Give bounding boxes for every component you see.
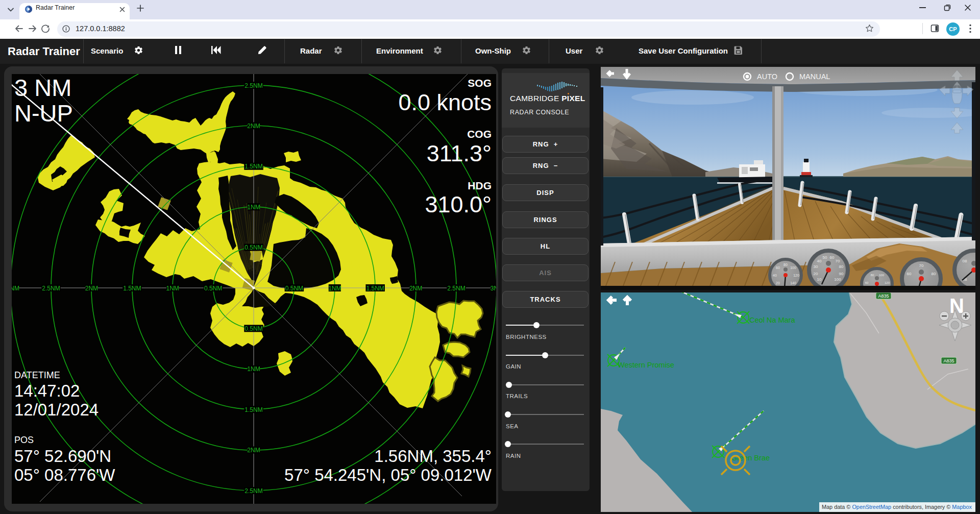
svg-text:311.3°: 311.3° xyxy=(427,140,492,166)
svg-text:0.5NM: 0.5NM xyxy=(244,325,262,332)
svg-text:MANUAL: MANUAL xyxy=(799,72,830,81)
svg-text:1.56NM, 355.4°: 1.56NM, 355.4° xyxy=(374,447,492,466)
svg-text:60: 60 xyxy=(776,266,780,270)
svg-text:Map data © OpenStreetMap contr: Map data © OpenStreetMap contributors, I… xyxy=(822,504,972,510)
svg-text:3 NM: 3 NM xyxy=(14,74,71,101)
svg-text:70: 70 xyxy=(836,259,840,263)
svg-text:2.5NM: 2.5NM xyxy=(244,487,262,495)
svg-text:3NM: 3NM xyxy=(491,285,496,292)
svg-text:60: 60 xyxy=(865,281,869,284)
svg-text:1NM: 1NM xyxy=(166,285,179,292)
svg-text:POS: POS xyxy=(14,435,34,445)
svg-text:NM: NM xyxy=(12,285,19,292)
svg-text:120: 120 xyxy=(885,281,890,284)
svg-text:2NM: 2NM xyxy=(409,285,422,292)
svg-text:1.5NM: 1.5NM xyxy=(366,285,384,292)
svg-text:A835: A835 xyxy=(878,293,889,299)
svg-text:1.5NM: 1.5NM xyxy=(244,163,262,170)
svg-text:COG: COG xyxy=(467,128,492,140)
svg-text:80: 80 xyxy=(783,263,788,266)
svg-text:1.5NM: 1.5NM xyxy=(123,285,141,292)
svg-text:50: 50 xyxy=(823,255,827,260)
svg-text:SOG: SOG xyxy=(468,77,492,89)
svg-text:08: 08 xyxy=(963,259,967,263)
svg-text:70: 70 xyxy=(919,263,924,268)
svg-text:60: 60 xyxy=(907,272,912,276)
svg-text:120: 120 xyxy=(793,274,799,277)
svg-text:20: 20 xyxy=(776,281,780,285)
svg-text:30: 30 xyxy=(814,264,818,269)
svg-text:57° 54.245'N, 05° 09.012'W: 57° 54.245'N, 05° 09.012'W xyxy=(284,466,492,484)
svg-text:60: 60 xyxy=(830,255,835,260)
svg-text:N-UP: N-UP xyxy=(14,100,73,127)
svg-text:Ceol Na Mara: Ceol Na Mara xyxy=(749,316,795,324)
svg-text:2.5NM: 2.5NM xyxy=(244,82,262,89)
svg-text:HDG: HDG xyxy=(468,180,492,191)
svg-text:2NM: 2NM xyxy=(247,447,260,454)
svg-text:05° 08.776'W: 05° 08.776'W xyxy=(14,466,115,484)
svg-text:Green Brae: Green Brae xyxy=(731,454,770,462)
svg-text:80: 80 xyxy=(932,272,936,276)
svg-text:DATETIME: DATETIME xyxy=(14,370,60,380)
svg-text:100: 100 xyxy=(834,277,841,282)
svg-text:0.5NM: 0.5NM xyxy=(244,244,262,251)
svg-text:40: 40 xyxy=(773,274,777,277)
svg-text:2NM: 2NM xyxy=(247,123,260,130)
svg-text:2NM: 2NM xyxy=(85,285,98,292)
svg-text:12/01/2024: 12/01/2024 xyxy=(14,400,99,419)
svg-text:1.5NM: 1.5NM xyxy=(244,406,262,413)
svg-text:0.5NM: 0.5NM xyxy=(285,285,303,292)
svg-text:1NM: 1NM xyxy=(247,204,260,211)
svg-text:1NM: 1NM xyxy=(328,285,341,292)
svg-text:80: 80 xyxy=(871,274,874,277)
svg-text:20: 20 xyxy=(814,272,818,276)
svg-text:1NM: 1NM xyxy=(247,365,260,373)
svg-text:0.5NM: 0.5NM xyxy=(204,285,222,292)
svg-text:2.5NM: 2.5NM xyxy=(447,285,465,292)
svg-text:80: 80 xyxy=(839,264,844,269)
svg-text:AUTO: AUTO xyxy=(757,72,777,81)
svg-text:Western Promise: Western Promise xyxy=(618,361,674,369)
svg-text:90: 90 xyxy=(839,272,844,276)
svg-text:100: 100 xyxy=(879,274,885,277)
svg-text:57° 52.690'N: 57° 52.690'N xyxy=(14,447,111,466)
svg-text:0.0 knots: 0.0 knots xyxy=(398,89,492,115)
svg-text:A835: A835 xyxy=(943,358,954,363)
svg-text:14:47:02: 14:47:02 xyxy=(14,381,80,400)
svg-text:10: 10 xyxy=(817,277,822,282)
svg-text:100: 100 xyxy=(790,266,796,270)
svg-text:310.0°: 310.0° xyxy=(425,191,492,217)
svg-text:2.5NM: 2.5NM xyxy=(42,285,60,292)
svg-text:140: 140 xyxy=(790,281,796,285)
svg-text:40: 40 xyxy=(817,259,822,263)
